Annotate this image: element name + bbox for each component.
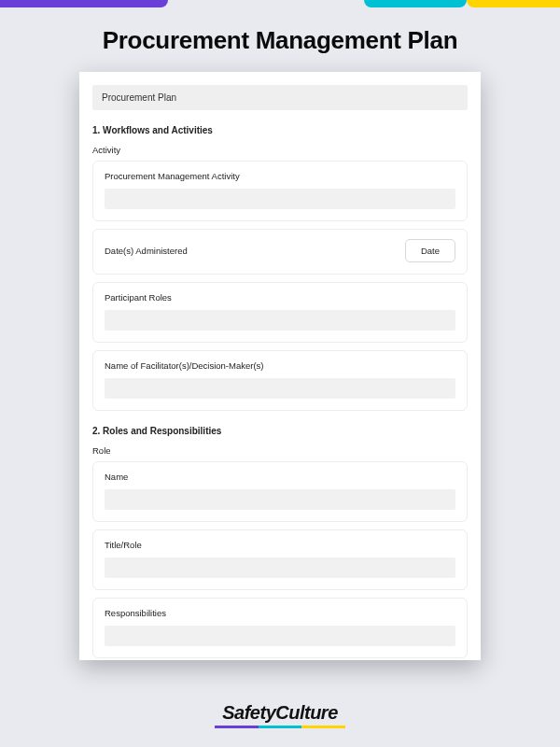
- brand-logo-text: SafetyCulture: [222, 702, 338, 724]
- page-title: Procurement Management Plan: [0, 26, 560, 55]
- section-heading-roles: 2. Roles and Responsibilities: [92, 426, 468, 436]
- card-title-role: Title/Role: [92, 529, 468, 590]
- card-responsibilities: Responsibilities: [92, 598, 468, 658]
- field-label: Responsibilities: [105, 608, 455, 618]
- title-role-input[interactable]: [105, 557, 455, 578]
- name-input[interactable]: [105, 489, 455, 510]
- field-label: Date(s) Administered: [105, 246, 188, 256]
- card-dates-administered: Date(s) Administered Date: [92, 229, 468, 275]
- form-header: Procurement Plan: [92, 85, 468, 110]
- field-label: Name of Facilitator(s)/Decision-Maker(s): [105, 360, 455, 371]
- section-heading-workflows: 1. Workflows and Activities: [92, 125, 468, 135]
- date-button[interactable]: Date: [405, 239, 455, 262]
- brand-stripe: [0, 0, 560, 7]
- field-label: Title/Role: [105, 540, 455, 550]
- procurement-activity-input[interactable]: [105, 189, 455, 209]
- form-sheet: Procurement Plan 1. Workflows and Activi…: [79, 72, 481, 660]
- field-label: Procurement Management Activity: [105, 171, 455, 181]
- card-facilitators: Name of Facilitator(s)/Decision-Maker(s): [92, 350, 468, 411]
- field-label: Name: [105, 472, 455, 482]
- responsibilities-input[interactable]: [105, 626, 455, 646]
- card-procurement-activity: Procurement Management Activity: [92, 161, 468, 221]
- facilitators-input[interactable]: [105, 378, 455, 399]
- participant-roles-input[interactable]: [105, 310, 455, 331]
- brand-footer: SafetyCulture: [0, 702, 560, 728]
- group-label-role: Role: [92, 445, 468, 456]
- card-participant-roles: Participant Roles: [92, 282, 468, 343]
- brand-underline: [215, 726, 345, 728]
- field-label: Participant Roles: [105, 292, 455, 303]
- card-name: Name: [92, 461, 468, 522]
- group-label-activity: Activity: [92, 145, 468, 155]
